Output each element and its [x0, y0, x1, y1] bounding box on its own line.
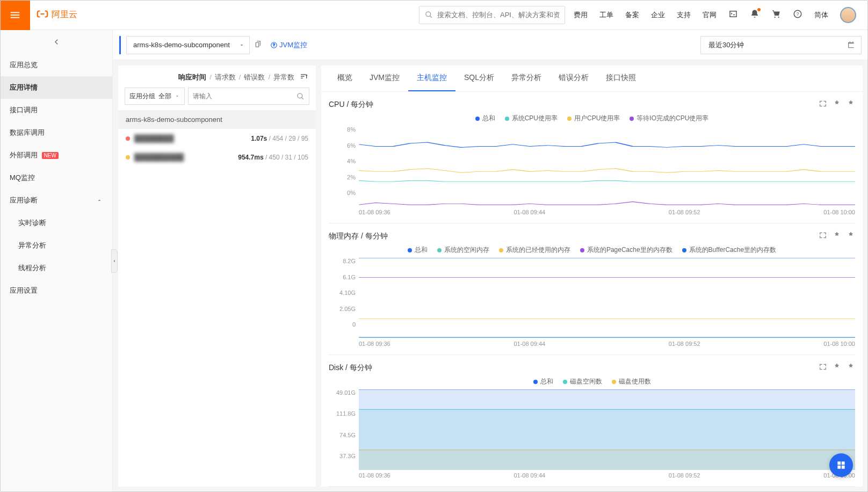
instance-search-input[interactable]	[193, 92, 296, 100]
app-select[interactable]: arms-k8s-demo-subcomponent	[126, 36, 250, 54]
nav-api[interactable]: 接口调用	[0, 99, 112, 121]
legend-item[interactable]: 总和	[408, 245, 428, 255]
sidebar-collapse[interactable]	[111, 249, 118, 273]
tab-error-count[interactable]: 错误数	[244, 73, 265, 82]
tab-sql[interactable]: SQL分析	[455, 66, 503, 91]
tab-overview[interactable]: 概览	[329, 66, 361, 91]
alert-icon[interactable]	[847, 231, 855, 241]
y-axis: 49.01G111.8G74.5G37.3G	[329, 389, 359, 470]
sidebar-back-button[interactable]	[0, 30, 112, 54]
chart-title: 物理内存 / 每分钟	[329, 231, 388, 241]
search-icon	[425, 11, 433, 19]
menu-button[interactable]	[0, 0, 30, 30]
chart-plot	[359, 258, 855, 338]
list-item[interactable]: ██████████ 954.7ms / 450 / 31 / 105	[118, 148, 316, 167]
tab-exception[interactable]: 异常分析	[503, 66, 550, 91]
instance-search[interactable]	[188, 88, 309, 105]
list-item[interactable]: ████████ 1.07s / 454 / 29 / 95	[118, 129, 316, 148]
x-axis: 01-08 09:3601-08 09:4401-08 09:5201-08 1…	[329, 470, 855, 479]
brand-text: 阿里云	[52, 9, 77, 20]
tab-response-time[interactable]: 响应时间	[178, 73, 206, 82]
tab-exception-count[interactable]: 异常数	[273, 73, 294, 82]
nav-beian[interactable]: 备案	[625, 10, 639, 20]
chart-title: Disk / 每分钟	[329, 363, 372, 373]
sort-icon[interactable]	[300, 72, 308, 82]
alert-icon[interactable]	[833, 231, 841, 241]
alert-icon[interactable]	[847, 99, 855, 110]
nav-exception[interactable]: 异常分析	[0, 234, 112, 257]
svg-text:?: ?	[273, 43, 275, 47]
y-axis: 8.2G6.1G4.10G2.05G0	[329, 258, 359, 338]
crumb-row: arms-k8s-demo-subcomponent ? JVM监控 最近30分…	[113, 30, 868, 60]
chart-actions	[819, 231, 855, 241]
chart-actions	[819, 99, 855, 110]
copy-icon[interactable]	[254, 40, 263, 50]
chart-actions	[819, 363, 855, 373]
nav-thread[interactable]: 线程分析	[0, 257, 112, 279]
nav-external[interactable]: 外部调用 NEW	[0, 144, 112, 167]
nav-detail[interactable]: 应用详情	[0, 76, 112, 99]
nav-fee[interactable]: 费用	[574, 10, 588, 20]
y-axis: 8%6%4%2%0%	[329, 126, 359, 207]
nav-settings[interactable]: 应用设置	[0, 279, 112, 302]
list-item[interactable]: arms-k8s-demo-subcomponent	[118, 110, 316, 129]
nav-support[interactable]: 支持	[677, 10, 691, 20]
legend-item[interactable]: 总和	[475, 114, 495, 123]
global-search[interactable]	[419, 6, 565, 24]
metrics: 954.7ms / 450 / 31 / 105	[238, 154, 308, 161]
nav-ticket[interactable]: 工单	[599, 10, 613, 20]
terminal-icon[interactable]	[728, 9, 738, 20]
expand-icon[interactable]	[819, 99, 827, 110]
group-filter[interactable]: 应用分组 全部	[125, 88, 185, 105]
x-axis: 01-08 09:3601-08 09:4401-08 09:5201-08 1…	[329, 207, 855, 215]
nav-mq[interactable]: MQ监控	[0, 167, 112, 189]
legend-item[interactable]: 系统的PageCache里的内存数	[580, 245, 672, 255]
detail-panel: 概览 JVM监控 主机监控 SQL分析 异常分析 错误分析 接口快照 CPU /…	[321, 66, 863, 487]
chevron-up-icon	[96, 197, 103, 204]
alert-icon[interactable]	[833, 363, 841, 373]
nav-lang[interactable]: 简体	[814, 10, 828, 20]
metric-tabs: 响应时间 / 请求数 / 错误数 / 异常数	[118, 66, 316, 88]
avatar[interactable]	[840, 7, 856, 23]
alert-icon[interactable]	[833, 99, 841, 110]
tab-host[interactable]: 主机监控	[408, 66, 455, 91]
nav-overview[interactable]: 应用总览	[0, 54, 112, 76]
nav-realtime[interactable]: 实时诊断	[0, 212, 112, 234]
instance-list: arms-k8s-demo-subcomponent ████████ 1.07…	[118, 110, 316, 167]
cart-icon[interactable]	[771, 9, 781, 20]
legend-item[interactable]: 总和	[533, 377, 553, 386]
chart-legend: 总和系统的空闲内存系统的已经使用的内存系统的PageCache里的内存数系统的B…	[329, 245, 855, 255]
tab-jvm[interactable]: JVM监控	[361, 66, 408, 91]
expand-icon[interactable]	[819, 363, 827, 373]
chevron-down-icon	[238, 42, 245, 48]
fab-apps-button[interactable]	[829, 453, 853, 477]
legend-item[interactable]: 系统CPU使用率	[505, 114, 558, 123]
detail-tabs: 概览 JVM监控 主机监控 SQL分析 异常分析 错误分析 接口快照	[321, 66, 863, 92]
legend-item[interactable]: 用户CPU使用率	[567, 114, 620, 123]
expand-icon[interactable]	[819, 231, 827, 241]
nav-enterprise[interactable]: 企业	[651, 10, 665, 20]
global-search-input[interactable]	[437, 11, 559, 19]
nav-diagnose[interactable]: 应用诊断	[0, 189, 112, 212]
legend-item[interactable]: 系统的BufferCache里的内存数	[682, 245, 777, 255]
legend-item[interactable]: 等待IO完成的CPU使用率	[630, 114, 708, 123]
legend-item[interactable]: 系统的空闲内存	[437, 245, 489, 255]
tab-error[interactable]: 错误分析	[550, 66, 597, 91]
nav-site[interactable]: 官网	[703, 10, 717, 20]
brand-logo[interactable]: 阿里云	[37, 8, 77, 22]
svg-text:?: ?	[796, 11, 799, 17]
legend-item[interactable]: 磁盘使用数	[612, 377, 651, 386]
chart-card: Disk / 每分钟 总和磁盘空闲数磁盘使用数 49.01G111.8G74.5…	[329, 355, 855, 487]
alert-icon[interactable]	[847, 363, 855, 373]
legend-item[interactable]: 磁盘空闲数	[563, 377, 602, 386]
nav-db[interactable]: 数据库调用	[0, 121, 112, 144]
chart-legend: 总和系统CPU使用率用户CPU使用率等待IO完成的CPU使用率	[329, 114, 855, 123]
legend-item[interactable]: 系统的已经使用的内存	[499, 245, 570, 255]
tab-snapshot[interactable]: 接口快照	[597, 66, 645, 91]
bell-icon[interactable]	[750, 9, 760, 20]
jvm-link[interactable]: ? JVM监控	[270, 40, 307, 50]
help-icon[interactable]: ?	[793, 9, 802, 20]
tab-request-count[interactable]: 请求数	[215, 73, 236, 82]
time-range-select[interactable]: 最近30分钟	[700, 36, 862, 54]
instance-panel: 响应时间 / 请求数 / 错误数 / 异常数 应用分组 全部	[118, 66, 316, 487]
